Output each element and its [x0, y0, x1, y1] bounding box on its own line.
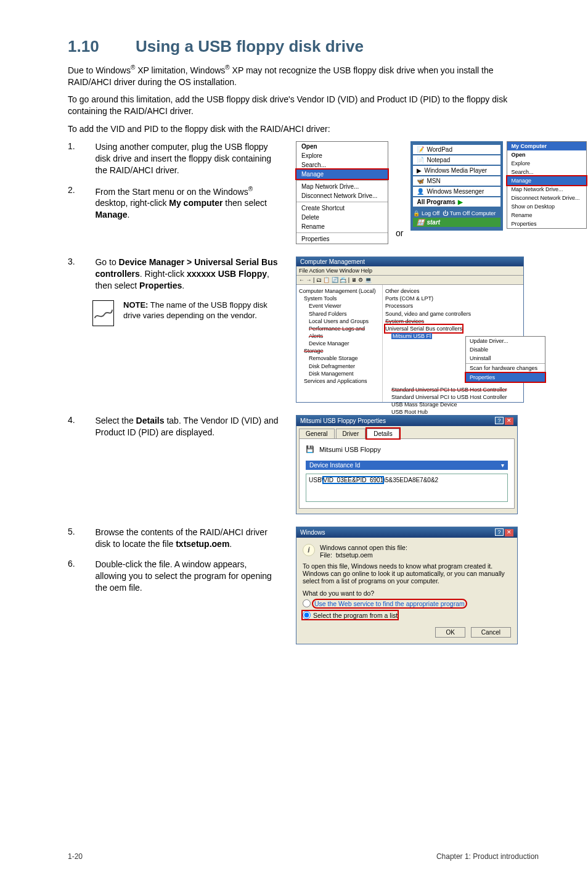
chapter-label: Chapter 1: Product introduction	[436, 852, 539, 861]
step-4: 4. Select the Details tab. The Vendor ID…	[68, 415, 284, 438]
mc-manage[interactable]: Manage	[507, 176, 586, 185]
tab-general[interactable]: General	[299, 429, 335, 438]
mc-disc[interactable]: Disconnect Network Drive...	[507, 194, 586, 202]
start-wordpad[interactable]: 📝WordPad	[413, 145, 500, 154]
radio-select-program[interactable]: Select the program from a list	[303, 611, 398, 619]
floppy-icon: 💾	[306, 445, 314, 453]
or-label: or	[392, 228, 407, 244]
mc-props[interactable]: Properties	[507, 220, 586, 228]
devmgr-left-tree[interactable]: Computer Management (Local) System Tools…	[296, 285, 383, 402]
properties-title: Mitsumi USB Floppy Properties	[300, 417, 386, 424]
step-1: 1. Using another computer, plug the USB …	[68, 141, 284, 176]
explain-text: To open this file, Windows needs to know…	[303, 562, 511, 585]
ctx-disconnect-drive[interactable]: Disconnect Network Drive...	[296, 191, 388, 200]
ctx-manage[interactable]: Manage	[296, 170, 388, 179]
intro-p3: To add the VID and PID to the floppy dis…	[68, 123, 539, 135]
msn-icon: 🦋	[417, 178, 424, 184]
chevron-right-icon: ▶	[458, 199, 463, 205]
info-icon: i	[303, 544, 315, 556]
start-menu-panel: 📝WordPad 📄Notepad ▶Windows Media Player …	[410, 141, 503, 231]
step-6: 6. Double-click the file. A window appea…	[68, 559, 284, 594]
screenshot-context-menus: Open Explore Search... Manage Map Networ…	[296, 141, 587, 244]
ctx-properties[interactable]: Properties	[296, 234, 388, 244]
page-number: 1-20	[68, 852, 83, 861]
wordpad-icon: 📝	[417, 146, 424, 153]
devmgr-right-tree[interactable]: Other devices Ports (COM & LPT) Processo…	[383, 285, 523, 402]
ctx-delete[interactable]: Delete	[296, 213, 388, 222]
device-instance-value: USB\VID_03EE&PID_6901\5&35EDA8E7&0&2	[306, 474, 508, 502]
start-msn[interactable]: 🦋MSN	[413, 176, 500, 186]
step-3: 3. Go to Device Manager > Universal Seri…	[68, 257, 284, 292]
section-title: Using a USB floppy disk drive	[136, 37, 364, 55]
ok-button[interactable]: OK	[435, 627, 465, 638]
ctx-map-drive[interactable]: Map Network Drive...	[296, 182, 388, 191]
start-notepad[interactable]: 📄Notepad	[413, 155, 500, 165]
mc-show[interactable]: Show on Desktop	[507, 202, 586, 211]
devmgr-title: Computer Management	[300, 258, 365, 265]
chevron-down-icon: ▾	[501, 462, 504, 469]
ctx-open[interactable]: Open	[296, 142, 388, 151]
start-wmp[interactable]: ▶Windows Media Player	[413, 166, 500, 175]
start-wmsg[interactable]: 👤Windows Messenger	[413, 187, 500, 196]
properties-window: Mitsumi USB Floppy Properties ?✕ General…	[296, 415, 518, 514]
ctx-create-shortcut[interactable]: Create Shortcut	[296, 203, 388, 213]
mc-explore[interactable]: Explore	[507, 159, 586, 168]
device-name: Mitsumi USB Floppy	[319, 446, 381, 453]
devmgr-selected-device[interactable]: Mitsumi USB Fl	[391, 333, 432, 339]
notepad-icon: 📄	[417, 157, 424, 163]
mc-title: My Computer	[507, 142, 586, 150]
help-icon[interactable]: ?	[495, 417, 504, 424]
start-all-programs[interactable]: All Programs ▶	[413, 197, 500, 207]
mc-map[interactable]: Map Network Drive...	[507, 185, 586, 194]
close-icon[interactable]: ✕	[505, 417, 513, 425]
turnoff-button[interactable]: ⏻ Turn Off Computer	[443, 210, 496, 216]
ctx-explore[interactable]: Explore	[296, 151, 388, 160]
what-text: What do you want to do?	[303, 589, 511, 597]
close-icon[interactable]: ✕	[505, 529, 513, 536]
tab-details[interactable]: Details	[367, 429, 399, 438]
devmgr-toolbar[interactable]: ← → | 🗂 📋 🔄 📇 | 🖥 ⚙ 💻	[296, 276, 523, 285]
intro-p1: Due to Windows® XP limitation, Windows® …	[68, 64, 539, 88]
section-number: 1.10	[68, 37, 136, 56]
messenger-icon: 👤	[417, 188, 424, 195]
section-heading: 1.10Using a USB floppy disk drive	[68, 37, 539, 56]
devmgr-context-menu: Update Driver... Disable Uninstall Scan …	[465, 336, 545, 382]
open-with-dialog: Windows ?✕ i Windows cannot open this fi…	[296, 527, 518, 644]
devmgr-menubar[interactable]: File Action View Window Help	[296, 266, 523, 276]
mycomputer-context-menu: My Computer Open Explore Search... Manag…	[507, 141, 587, 229]
mc-open[interactable]: Open	[507, 150, 586, 159]
note-icon	[92, 300, 114, 326]
desktop-context-menu: Open Explore Search... Manage Map Networ…	[296, 141, 388, 244]
vid-pid-highlight: VID_03EE&PID_6901	[323, 477, 383, 483]
ctx-search[interactable]: Search...	[296, 160, 388, 170]
intro-p2: To go around this limitation, add the US…	[68, 94, 539, 117]
note-block: NOTE: The name of the USB floppy disk dr…	[92, 300, 284, 326]
start-button[interactable]: 🪟 start	[413, 218, 500, 227]
devmgr-ctx-properties[interactable]: Properties	[466, 373, 545, 382]
dialog-title: Windows	[300, 529, 325, 536]
mc-rename[interactable]: Rename	[507, 211, 586, 220]
help-icon[interactable]: ?	[495, 528, 504, 536]
step-5: 5. Browse the contents of the RAID/AHCI …	[68, 527, 284, 550]
logoff-button[interactable]: 🔒 Log Off	[413, 210, 439, 216]
ctx-rename[interactable]: Rename	[296, 222, 388, 231]
tab-driver[interactable]: Driver	[336, 429, 366, 438]
radio-web-service[interactable]: Use the Web service to find the appropri…	[303, 599, 511, 607]
wmp-icon: ▶	[417, 167, 422, 174]
mc-search[interactable]: Search...	[507, 168, 586, 176]
step-2: 2. From the Start menu or on the Windows…	[68, 185, 284, 221]
device-instance-combo[interactable]: Device Instance Id▾	[306, 461, 508, 470]
cannot-open-text: Windows cannot open this file:	[320, 544, 407, 551]
filename-text: txtsetup.oem	[336, 551, 373, 559]
cancel-button[interactable]: Cancel	[471, 627, 511, 638]
device-manager-window: Computer Management File Action View Win…	[296, 257, 524, 403]
